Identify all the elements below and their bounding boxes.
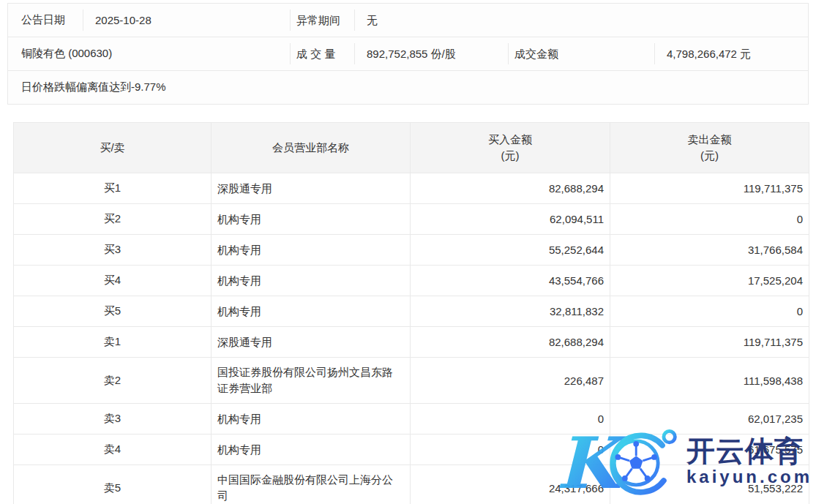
table-header-row: 买/卖 会员营业部名称 买入金额 (元) 卖出金额 (元) bbox=[14, 123, 809, 173]
broker-name: 机构专用 bbox=[212, 204, 411, 235]
broker-name: 机构专用 bbox=[212, 404, 411, 435]
abnormal-period-value: 无 bbox=[354, 10, 808, 31]
col-header-broker-name: 会员营业部名称 bbox=[212, 123, 411, 173]
col-header-buy-sell: 买/卖 bbox=[14, 123, 212, 173]
buy-sell-rank: 买3 bbox=[14, 235, 212, 266]
buy-amount: 82,688,294 bbox=[411, 327, 610, 358]
buy-amount: 32,811,832 bbox=[411, 296, 610, 327]
buy-sell-rank: 卖1 bbox=[14, 327, 212, 358]
broker-name: 机构专用 bbox=[212, 266, 411, 296]
abnormal-period-label: 异常期间 bbox=[290, 10, 354, 31]
stock-title: 铜陵有色 (000630) bbox=[8, 47, 290, 61]
buy-sell-rank: 卖4 bbox=[14, 435, 212, 465]
buy-sell-rank: 卖5 bbox=[14, 465, 212, 504]
table-row: 买5 机构专用 32,811,832 0 bbox=[14, 296, 809, 327]
table-row: 卖1 深股通专用 82,688,294 119,711,375 bbox=[14, 327, 809, 358]
table-row: 卖5 中国国际金融股份有限公司上海分公司 24,317,666 51,553,2… bbox=[14, 465, 809, 504]
buy-sell-rank: 卖2 bbox=[14, 358, 212, 404]
buy-sell-rank: 买4 bbox=[14, 266, 212, 296]
table-row: 买3 机构专用 55,252,644 31,766,584 bbox=[14, 235, 809, 266]
summary-panel: 公告日期 2025-10-28 异常期间 无 铜陵有色 (000630) 成 交… bbox=[7, 3, 809, 105]
sell-amount: 31,766,584 bbox=[610, 235, 809, 266]
sell-amount: 61,675,575 bbox=[610, 435, 809, 465]
summary-row-1: 公告日期 2025-10-28 异常期间 无 bbox=[8, 4, 808, 37]
sell-amount: 119,711,375 bbox=[610, 173, 809, 204]
buy-amount: 82,688,294 bbox=[411, 173, 610, 204]
announcement-date-value: 2025-10-28 bbox=[83, 10, 290, 31]
table-row: 买1 深股通专用 82,688,294 119,711,375 bbox=[14, 173, 809, 204]
broker-name: 机构专用 bbox=[212, 235, 411, 266]
broker-name: 机构专用 bbox=[212, 435, 411, 465]
buy-amount: 0 bbox=[411, 404, 610, 435]
volume-value: 892,752,855 份/股 bbox=[354, 43, 508, 64]
price-deviation-note: 日价格跌幅偏离值达到-9.77% bbox=[8, 80, 808, 94]
sell-amount: 119,711,375 bbox=[610, 327, 809, 358]
col-header-buy-amount: 买入金额 (元) bbox=[411, 123, 610, 173]
broker-name: 国投证券股份有限公司扬州文昌东路证券营业部 bbox=[212, 358, 411, 404]
sell-amount: 0 bbox=[610, 296, 809, 327]
summary-row-2: 铜陵有色 (000630) 成 交 量 892,752,855 份/股 成交金额… bbox=[8, 37, 808, 70]
sell-amount: 51,553,222 bbox=[610, 465, 809, 504]
turnover-label: 成交金额 bbox=[508, 43, 654, 64]
buy-sell-rank: 买5 bbox=[14, 296, 212, 327]
volume-label: 成 交 量 bbox=[290, 43, 354, 64]
broker-name: 深股通专用 bbox=[212, 327, 411, 358]
sell-amount: 0 bbox=[610, 204, 809, 235]
col-header-sell-amount: 卖出金额 (元) bbox=[610, 123, 809, 173]
table-row: 卖4 机构专用 0 61,675,575 bbox=[14, 435, 809, 465]
table-row: 卖2 国投证券股份有限公司扬州文昌东路证券营业部 226,487 111,598… bbox=[14, 358, 809, 404]
announcement-date-label: 公告日期 bbox=[8, 13, 83, 27]
table-row: 买2 机构专用 62,094,511 0 bbox=[14, 204, 809, 235]
summary-row-3: 日价格跌幅偏离值达到-9.77% bbox=[8, 70, 808, 104]
buy-amount: 43,554,766 bbox=[411, 266, 610, 296]
broker-seats-table: 买/卖 会员营业部名称 买入金额 (元) 卖出金额 (元) 买1 深股通专用 8… bbox=[13, 122, 809, 504]
broker-name: 深股通专用 bbox=[212, 173, 411, 204]
buy-amount: 226,487 bbox=[411, 358, 610, 404]
buy-amount: 0 bbox=[411, 435, 610, 465]
buy-amount: 62,094,511 bbox=[411, 204, 610, 235]
table-row: 卖3 机构专用 0 62,017,235 bbox=[14, 404, 809, 435]
buy-sell-rank: 买2 bbox=[14, 204, 212, 235]
buy-amount: 24,317,666 bbox=[411, 465, 610, 504]
sell-amount: 17,525,204 bbox=[610, 266, 809, 296]
broker-name: 机构专用 bbox=[212, 296, 411, 327]
table-row: 买4 机构专用 43,554,766 17,525,204 bbox=[14, 266, 809, 296]
buy-amount: 55,252,644 bbox=[411, 235, 610, 266]
turnover-value: 4,798,266,472 元 bbox=[654, 43, 808, 64]
broker-name: 中国国际金融股份有限公司上海分公司 bbox=[212, 465, 411, 504]
buy-sell-rank: 卖3 bbox=[14, 404, 212, 435]
buy-sell-rank: 买1 bbox=[14, 173, 212, 204]
sell-amount: 111,598,438 bbox=[610, 358, 809, 404]
sell-amount: 62,017,235 bbox=[610, 404, 809, 435]
